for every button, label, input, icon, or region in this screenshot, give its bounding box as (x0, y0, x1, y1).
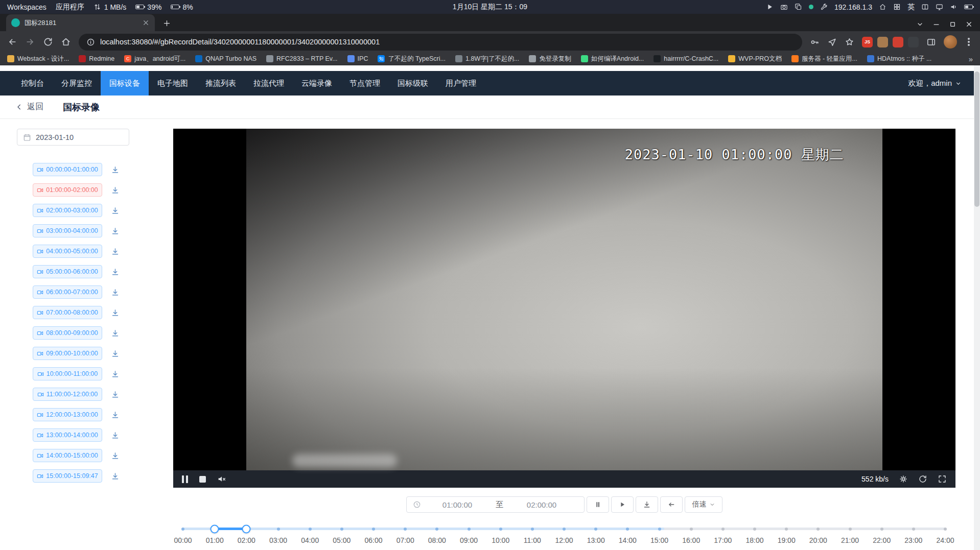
segment-button[interactable]: 07:00:00-08:00:00 (33, 306, 102, 319)
status-dot-icon[interactable] (809, 5, 813, 9)
tiling-icon[interactable] (921, 3, 929, 11)
settings-gear-icon[interactable] (899, 474, 908, 484)
bookmark[interactable]: 免登录复制 (529, 55, 571, 63)
side-panel-icon[interactable] (926, 37, 936, 47)
segment-button[interactable]: 02:00:00-03:00:00 (33, 204, 102, 217)
back-button[interactable]: 返回 (15, 102, 43, 112)
secondary-battery-indicator[interactable]: 8% (171, 3, 193, 11)
nav-item[interactable]: 分屏监控 (53, 71, 101, 95)
home-icon[interactable] (879, 3, 886, 11)
segment-button[interactable]: 05:00:00-06:00:00 (33, 265, 102, 278)
bookmark[interactable]: WVP-PRO文档 (728, 55, 782, 63)
bookmark[interactable]: Webstack - 设计... (7, 55, 69, 63)
extension-icon[interactable] (908, 37, 919, 47)
applications-button[interactable]: 应用程序 (56, 3, 84, 12)
end-time-input[interactable]: 02:00:00 (505, 500, 578, 509)
clipboard-icon[interactable] (795, 3, 802, 11)
battery-indicator[interactable]: 39% (135, 3, 161, 11)
home-icon[interactable] (61, 37, 71, 47)
browser-tab[interactable]: 国标28181 (6, 14, 155, 31)
segment-button[interactable]: 03:00:00-04:00:00 (33, 224, 102, 237)
browser-menu-icon[interactable] (968, 41, 970, 43)
nav-item[interactable]: 推流列表 (197, 71, 245, 95)
tool-wrench-icon[interactable] (820, 3, 828, 11)
download-button[interactable] (636, 496, 658, 513)
bookmark[interactable]: QNAP Turbo NAS (195, 55, 256, 62)
bookmark[interactable]: 服务器 - 轻量应用... (791, 55, 857, 63)
password-key-icon[interactable] (810, 37, 820, 47)
speed-dropdown[interactable]: 倍速 (685, 496, 722, 513)
scrollbar-thumb[interactable] (974, 71, 979, 207)
volume-mute-icon[interactable] (217, 474, 226, 484)
bookmark-star-icon[interactable] (845, 37, 854, 47)
fullscreen-icon[interactable] (938, 474, 947, 484)
forward-icon[interactable] (25, 37, 35, 47)
nav-item[interactable]: 云端录像 (293, 71, 341, 95)
extension-icon[interactable] (893, 37, 903, 47)
seek-back-button[interactable] (660, 496, 683, 513)
profile-avatar[interactable] (944, 35, 957, 49)
tab-close-icon[interactable] (142, 19, 150, 27)
download-icon[interactable] (111, 268, 120, 276)
segment-button[interactable]: 10:00:00-11:00:00 (33, 367, 102, 380)
extension-icon[interactable]: JS (862, 37, 873, 47)
download-icon[interactable] (111, 411, 120, 419)
refresh-icon[interactable] (918, 474, 927, 484)
player-stop-icon[interactable] (199, 476, 206, 483)
segment-button[interactable]: 15:00:00-15:09:47 (33, 469, 102, 483)
download-icon[interactable] (111, 451, 120, 460)
media-play-icon[interactable] (766, 3, 774, 11)
start-time-input[interactable]: 01:00:00 (421, 500, 494, 509)
download-icon[interactable] (111, 206, 120, 215)
video-surface[interactable]: 2023-01-10 01:00:00 星期二 (173, 129, 955, 470)
download-icon[interactable] (111, 227, 120, 235)
segment-button[interactable]: 13:00:00-14:00:00 (33, 428, 102, 442)
bookmark[interactable]: HDAtmos :: 种子 ... (867, 55, 931, 63)
network-speed-indicator[interactable]: 1 MB/s (94, 3, 127, 11)
tray-battery-icon[interactable] (964, 5, 973, 9)
timeline-track[interactable] (183, 528, 945, 530)
nav-item[interactable]: 节点管理 (341, 71, 389, 95)
screenshot-icon[interactable] (780, 3, 788, 11)
ip-indicator[interactable]: 192.168.1.3 (834, 3, 872, 11)
bookmarks-overflow-button[interactable]: » (969, 55, 973, 63)
timeline-handle-end[interactable] (242, 524, 251, 533)
nav-item[interactable]: 国标级联 (389, 71, 437, 95)
new-tab-button[interactable] (160, 16, 173, 30)
nav-item[interactable]: 国标设备 (101, 71, 149, 95)
download-icon[interactable] (111, 349, 120, 358)
reload-icon[interactable] (43, 37, 53, 47)
workspaces-button[interactable]: Workspaces (7, 3, 46, 11)
window-maximize-icon[interactable] (949, 20, 956, 28)
download-icon[interactable] (111, 329, 120, 338)
download-icon[interactable] (111, 308, 120, 317)
download-icon[interactable] (111, 390, 120, 399)
volume-icon[interactable] (950, 3, 958, 11)
page-scrollbar[interactable] (974, 65, 980, 550)
segment-button[interactable]: 11:00:00-12:00:00 (33, 388, 102, 401)
segment-button[interactable]: 00:00:00-01:00:00 (33, 163, 102, 176)
play-button[interactable] (611, 496, 634, 513)
display-icon[interactable] (936, 3, 943, 11)
nav-item[interactable]: 拉流代理 (245, 71, 293, 95)
input-method-indicator[interactable]: 英 (907, 3, 915, 12)
bookmark[interactable]: hairrrrr/C-CrashC... (654, 55, 718, 62)
segment-button[interactable]: 08:00:00-09:00:00 (33, 326, 102, 340)
bookmark[interactable]: IPC (347, 55, 368, 62)
download-icon[interactable] (111, 370, 120, 378)
bookmark[interactable]: 如何编译Android... (581, 55, 644, 63)
tab-search-chevron-icon[interactable] (916, 20, 924, 28)
bookmark[interactable]: 1.8W字|了不起的... (455, 55, 519, 63)
url-bar[interactable]: localhost:38080/#/gbRecordDetail/3402000… (79, 34, 802, 51)
segment-button[interactable]: 01:00:00-02:00:00 (33, 183, 102, 197)
bookmark[interactable]: Redmine (79, 55, 114, 62)
clock-menu[interactable]: 1月10日 星期二 15：09 (453, 3, 527, 12)
bookmark[interactable]: 知 了不起的 TypeScri... (378, 55, 446, 63)
segment-button[interactable]: 04:00:00-05:00:00 (33, 245, 102, 258)
nav-item[interactable]: 用户管理 (437, 71, 485, 95)
share-icon[interactable] (827, 37, 837, 47)
segment-button[interactable]: 06:00:00-07:00:00 (33, 285, 102, 299)
download-icon[interactable] (111, 431, 120, 440)
time-range-picker[interactable]: 01:00:00 至 02:00:00 (406, 496, 585, 513)
user-menu[interactable]: 欢迎，admin (908, 79, 968, 88)
